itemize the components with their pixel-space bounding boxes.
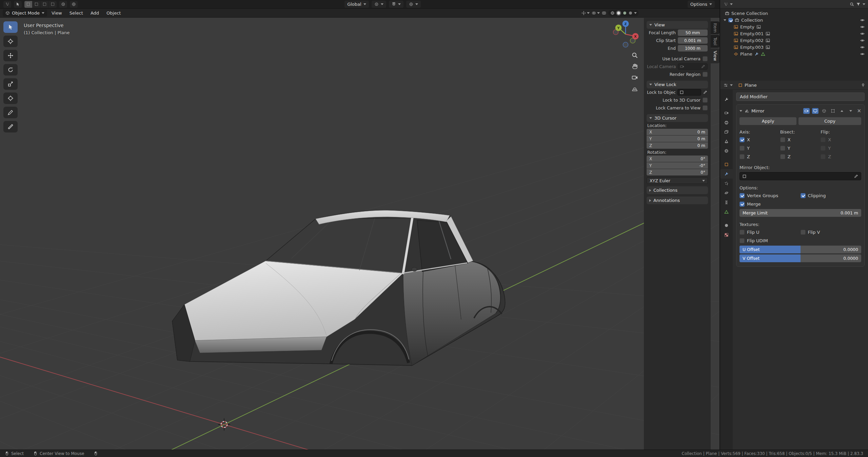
tweak-options-button[interactable] xyxy=(59,1,67,8)
axis-y-checkbox-row[interactable]: Y xyxy=(739,145,780,151)
merge-checkbox-row[interactable]: Merge xyxy=(739,201,801,207)
outliner-editor-icon[interactable] xyxy=(724,2,728,6)
snapping-dropdown[interactable] xyxy=(389,1,403,8)
axis-z-checkbox-row[interactable]: Z xyxy=(739,153,780,160)
search-icon[interactable] xyxy=(850,2,854,6)
tool-annotate[interactable] xyxy=(3,107,18,118)
tab-tool[interactable]: Tool xyxy=(711,35,719,48)
lock-to-object-field[interactable] xyxy=(677,89,701,96)
cursor-loc-y-field[interactable]: Y0 m xyxy=(647,136,708,142)
gizmos-dropdown[interactable] xyxy=(581,11,590,15)
tab-constraint-properties[interactable] xyxy=(720,198,733,207)
pin-icon[interactable] xyxy=(861,83,865,87)
tab-view-layer-properties[interactable] xyxy=(720,127,733,137)
eye-icon[interactable] xyxy=(860,25,865,29)
modifier-move-down-button[interactable] xyxy=(847,108,854,114)
eye-icon[interactable] xyxy=(860,32,865,36)
clipping-checkbox-row[interactable]: Clipping xyxy=(801,192,862,199)
tool-move[interactable] xyxy=(3,50,18,61)
focal-length-field[interactable]: 50 mm xyxy=(678,29,708,36)
shading-solid-button[interactable] xyxy=(616,11,621,16)
mirror-object-field[interactable] xyxy=(739,172,861,180)
modifier-move-up-button[interactable] xyxy=(839,108,845,114)
mode-dropdown[interactable]: Object Mode xyxy=(3,9,47,17)
chevron-down-icon[interactable] xyxy=(730,84,733,86)
options-dropdown[interactable]: Options xyxy=(688,1,715,8)
cursor-rot-x-field[interactable]: X0° xyxy=(647,155,708,162)
camera-view-icon[interactable] xyxy=(631,74,638,81)
outliner-row-plane[interactable]: Plane xyxy=(720,50,868,57)
flip-v-checkbox-row[interactable]: Flip V xyxy=(801,229,862,235)
chevron-down-icon[interactable] xyxy=(863,3,865,5)
cursor-rot-y-field[interactable]: Y-0° xyxy=(647,162,708,169)
cursor-loc-z-field[interactable]: Z0 m xyxy=(647,142,708,149)
transform-orientation-dropdown[interactable]: Global xyxy=(344,1,369,8)
chevron-down-icon[interactable] xyxy=(730,3,733,5)
add-modifier-button[interactable]: Add Modifier xyxy=(736,92,865,101)
modifier-render-toggle[interactable] xyxy=(803,108,810,114)
vertex-groups-checkbox-row[interactable]: Vertex Groups xyxy=(739,192,801,199)
panel-header-view[interactable]: View xyxy=(647,21,708,29)
tool-transform[interactable] xyxy=(3,92,18,104)
flip-udim-checkbox-row[interactable]: Flip UDIM xyxy=(739,237,801,244)
tab-view[interactable]: View xyxy=(711,48,719,63)
perspective-toggle-icon[interactable] xyxy=(631,85,638,92)
panel-header-collections[interactable]: Collections xyxy=(647,186,708,194)
shading-rendered-button[interactable] xyxy=(628,11,633,15)
axis-x-checkbox-row[interactable]: X xyxy=(739,136,780,143)
outliner-row-empty-002[interactable]: Empty.002 xyxy=(720,37,868,44)
navigation-gizmo[interactable]: Z X Y xyxy=(604,19,648,52)
pan-hand-icon[interactable] xyxy=(631,63,638,70)
bisect-z-checkbox-row[interactable]: Z xyxy=(780,153,821,160)
panel-header-view-lock[interactable]: View Lock xyxy=(647,81,708,88)
falloff-options-button[interactable] xyxy=(70,1,78,8)
modifier-oncage-toggle[interactable] xyxy=(830,108,836,114)
editor-type-button[interactable] xyxy=(3,1,11,8)
menu-object[interactable]: Object xyxy=(103,11,124,16)
menu-view[interactable]: View xyxy=(48,11,65,16)
tool-cursor[interactable] xyxy=(3,36,18,47)
select-mode-extend-button[interactable] xyxy=(33,1,40,8)
eye-icon[interactable] xyxy=(860,52,865,56)
outliner-row-scene-collection[interactable]: Scene Collection xyxy=(720,10,868,17)
cursor-loc-x-field[interactable]: X0 m xyxy=(647,129,708,135)
select-mode-intersect-button[interactable] xyxy=(49,1,57,8)
cursor-rot-z-field[interactable]: Z0° xyxy=(647,169,708,175)
tab-item[interactable]: Item xyxy=(711,21,719,34)
local-camera-field[interactable] xyxy=(678,63,708,70)
modifier-close-button[interactable]: × xyxy=(857,108,861,113)
v-offset-slider[interactable]: V Offset 0.0000 xyxy=(739,254,861,262)
tab-scene-properties[interactable] xyxy=(720,137,733,146)
clip-start-field[interactable]: 0.001 m xyxy=(678,37,708,44)
modifier-name[interactable]: Mirror xyxy=(751,108,764,113)
outliner-row-collection[interactable]: Collection xyxy=(720,17,868,23)
eyedropper-icon[interactable] xyxy=(854,174,859,179)
apply-button[interactable]: Apply xyxy=(739,117,796,125)
lock-camera-checkbox[interactable] xyxy=(703,105,708,110)
eyedropper-icon[interactable] xyxy=(701,64,706,69)
use-local-camera-checkbox[interactable] xyxy=(703,56,708,61)
clip-end-field[interactable]: 1000 m xyxy=(678,45,708,51)
properties-editor-icon[interactable] xyxy=(724,83,728,87)
modifier-realtime-toggle[interactable] xyxy=(812,108,818,114)
collection-exclude-checkbox[interactable] xyxy=(728,18,733,22)
tool-select-box[interactable] xyxy=(3,21,18,33)
eye-icon[interactable] xyxy=(860,38,865,43)
tab-modifier-properties[interactable] xyxy=(720,169,733,179)
tab-texture-properties[interactable] xyxy=(720,230,733,240)
pivot-point-dropdown[interactable] xyxy=(372,1,386,8)
eye-icon[interactable] xyxy=(860,45,865,49)
lock-3d-cursor-checkbox[interactable] xyxy=(703,98,708,103)
panel-header-annotations[interactable]: Annotations xyxy=(647,196,708,204)
tab-physics-properties[interactable] xyxy=(720,188,733,198)
bisect-y-checkbox-row[interactable]: Y xyxy=(780,145,821,151)
menu-select[interactable]: Select xyxy=(66,11,86,16)
tab-world-properties[interactable] xyxy=(720,146,733,155)
viewport-3d[interactable]: User Perspective (1) Collection | Plane xyxy=(0,18,719,450)
bisect-x-checkbox-row[interactable]: X xyxy=(780,136,821,143)
eye-icon[interactable] xyxy=(860,18,865,22)
outliner-row-empty-001[interactable]: Empty.001 xyxy=(720,30,868,37)
gizmo-axis-neg-z[interactable] xyxy=(623,42,628,47)
outliner-row-empty[interactable]: Empty xyxy=(720,23,868,30)
tab-render-properties[interactable] xyxy=(720,108,733,118)
